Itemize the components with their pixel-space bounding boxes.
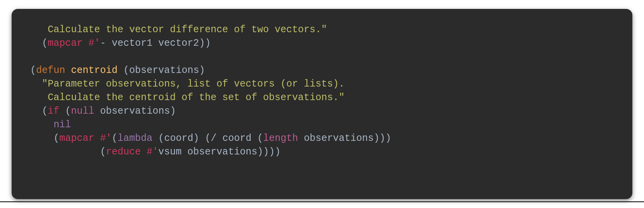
reduce-call: reduce (106, 146, 141, 158)
identifier: observations (100, 106, 170, 117)
hash-quote: #' (94, 133, 112, 144)
mapcar-call: mapcar (48, 38, 83, 49)
paren: ) (199, 65, 205, 76)
div-op: / (211, 133, 216, 144)
paren: ( (42, 38, 48, 49)
args: vector1 vector2 (106, 38, 199, 49)
paren: )) (199, 38, 211, 49)
length-fn: length (263, 133, 298, 144)
param: observations (129, 65, 199, 76)
identifier: observations (304, 133, 374, 144)
space (298, 133, 304, 144)
null-fn: null (71, 106, 94, 117)
paren: ( (205, 133, 211, 144)
indent (30, 146, 100, 158)
space (65, 65, 71, 76)
vsum-fn: vsum (158, 146, 182, 158)
paren: ( (65, 106, 71, 117)
docstring-line: "Parameter observations, list of vectors… (42, 78, 345, 90)
space (118, 65, 123, 76)
hash-quote: #' (83, 38, 100, 49)
lambda-keyword: lambda (118, 133, 152, 144)
paren: ( (100, 146, 106, 158)
paren: ( (54, 133, 59, 144)
indent (30, 133, 54, 144)
hash-quote: #' (141, 146, 158, 158)
minus-fn: - (100, 38, 106, 49)
code-block: Calculate the vector difference of two v… (12, 9, 632, 199)
identifier: observations (187, 146, 257, 158)
paren: ( (30, 65, 36, 76)
nil-literal: nil (54, 119, 71, 130)
code-content: Calculate the vector difference of two v… (30, 23, 614, 159)
paren: )))) (257, 146, 280, 158)
mapcar-call: mapcar (59, 133, 94, 144)
space (216, 133, 222, 144)
identifier: coord (222, 133, 251, 144)
indent (30, 78, 42, 90)
paren: ( (42, 106, 48, 117)
docstring-line: Calculate the vector difference of two v… (30, 24, 327, 35)
space (251, 133, 257, 144)
indent (30, 119, 54, 130)
paren: ))) (374, 133, 391, 144)
if-keyword: if (48, 106, 59, 117)
indent (30, 92, 48, 103)
space (199, 133, 205, 144)
paren: ( (123, 65, 129, 76)
space (152, 133, 158, 144)
param: coord (164, 133, 193, 144)
paren: ( (158, 133, 164, 144)
defun-keyword: defun (36, 65, 65, 76)
divider-line (0, 201, 644, 202)
space (94, 106, 100, 117)
space (182, 146, 187, 158)
space (59, 106, 65, 117)
indent (30, 106, 42, 117)
paren: ( (112, 133, 118, 144)
paren: ( (257, 133, 263, 144)
paren: ) (193, 133, 199, 144)
docstring-line: Calculate the centroid of the set of obs… (48, 92, 345, 103)
function-name: centroid (71, 65, 118, 76)
paren: ) (170, 106, 176, 117)
